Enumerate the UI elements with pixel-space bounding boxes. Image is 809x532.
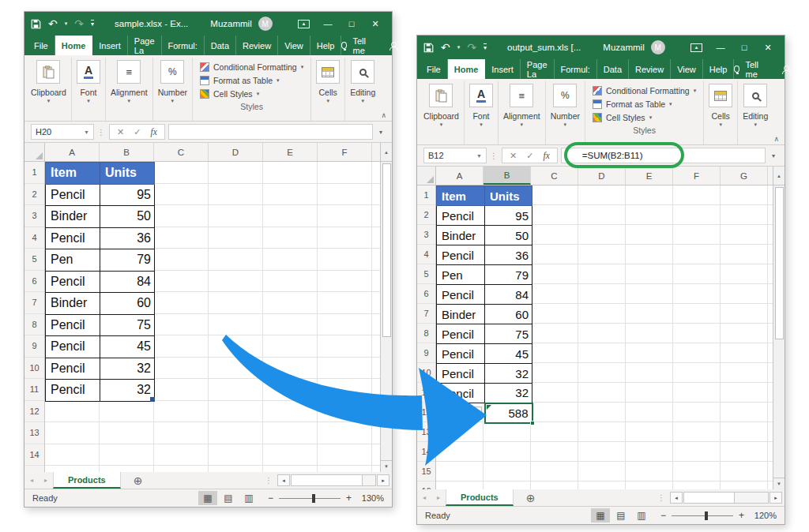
- enter-icon[interactable]: ✓: [134, 127, 141, 137]
- name-box[interactable]: B12▼: [423, 148, 487, 163]
- tab-home[interactable]: Home: [55, 36, 93, 55]
- cell[interactable]: 75: [485, 324, 532, 344]
- cell[interactable]: Pencil: [46, 227, 100, 249]
- ribbon-display-options-icon[interactable]: ▲: [690, 43, 702, 52]
- conditional-formatting-button[interactable]: Conditional Formatting▾: [593, 84, 696, 97]
- format-as-table-button[interactable]: Format as Table▾: [200, 73, 280, 87]
- cell[interactable]: Pencil: [46, 380, 100, 402]
- ribbon-display-options-icon[interactable]: ▲: [298, 20, 310, 28]
- font-group[interactable]: A Font ▾: [72, 58, 106, 121]
- alignment-group[interactable]: ≡ Alignment ▾: [499, 81, 546, 144]
- tab-file[interactable]: File: [28, 36, 55, 55]
- prev-sheet-icon[interactable]: ◂: [417, 489, 431, 506]
- row-header[interactable]: 2: [24, 184, 44, 206]
- cell[interactable]: 79: [485, 265, 532, 285]
- cell[interactable]: 32: [485, 364, 532, 384]
- cell[interactable]: Pencil: [46, 184, 100, 206]
- account-name[interactable]: Muzammil: [210, 19, 251, 28]
- row-header[interactable]: 14: [24, 444, 44, 466]
- zoom-slider[interactable]: [672, 515, 733, 516]
- scroll-left-icon[interactable]: ◂: [277, 474, 290, 486]
- save-icon[interactable]: [31, 19, 41, 29]
- cell[interactable]: 95: [100, 184, 155, 206]
- tab-help[interactable]: Help: [310, 36, 342, 55]
- collapse-ribbon-icon[interactable]: ∧: [773, 135, 779, 143]
- format-as-table-button[interactable]: Format as Table▾: [593, 97, 672, 111]
- page-break-view-icon[interactable]: ▥: [632, 508, 651, 523]
- minimize-button[interactable]: —: [710, 39, 731, 56]
- enter-icon[interactable]: ✓: [526, 151, 533, 161]
- formula-input[interactable]: [168, 124, 373, 140]
- row-header[interactable]: 4: [24, 227, 44, 249]
- cell[interactable]: 50: [485, 226, 532, 245]
- page-layout-view-icon[interactable]: ▤: [219, 491, 238, 505]
- tell-me[interactable]: Tell me: [352, 36, 372, 55]
- cell[interactable]: Pencil: [437, 285, 485, 305]
- undo-caret-icon[interactable]: ▾: [457, 44, 461, 51]
- undo-icon[interactable]: ↶: [48, 18, 58, 29]
- header-cell[interactable]: Units: [485, 186, 532, 206]
- scrollbar-track[interactable]: [291, 474, 376, 486]
- horizontal-scrollbar[interactable]: ⋮ ◂ ▸: [265, 472, 392, 489]
- editing-group[interactable]: Editing ▾: [738, 81, 773, 144]
- insert-function-icon[interactable]: fx: [150, 127, 156, 137]
- scroll-right-icon[interactable]: ▸: [377, 474, 389, 486]
- row-header[interactable]: 8: [24, 314, 44, 336]
- cell[interactable]: Pen: [46, 249, 100, 272]
- selected-sum-cell[interactable]: 588: [485, 403, 532, 424]
- cell[interactable]: 45: [100, 336, 155, 358]
- tab-review[interactable]: Review: [236, 36, 278, 55]
- cell[interactable]: Pencil: [437, 206, 485, 226]
- zoom-level[interactable]: 130%: [357, 493, 384, 503]
- expand-formula-bar-icon[interactable]: ▾: [376, 129, 386, 136]
- cancel-icon[interactable]: ✕: [510, 151, 517, 161]
- cell[interactable]: Pencil: [46, 336, 100, 358]
- row-header[interactable]: 5: [24, 249, 44, 271]
- cell-styles-button[interactable]: Cell Styles▾: [593, 111, 652, 124]
- row-header[interactable]: 5: [417, 264, 435, 284]
- column-header[interactable]: C: [531, 167, 578, 185]
- cell[interactable]: 32: [100, 358, 155, 380]
- save-icon[interactable]: [423, 43, 434, 53]
- cell[interactable]: 79: [100, 249, 155, 272]
- zoom-out-icon[interactable]: −: [660, 510, 666, 521]
- header-cell[interactable]: Item: [437, 186, 485, 206]
- sheet-tab-products[interactable]: Products: [446, 489, 514, 506]
- cell[interactable]: Pencil: [46, 358, 100, 380]
- cell[interactable]: 32: [100, 380, 155, 402]
- scrollbar-thumb[interactable]: [382, 163, 391, 337]
- cell[interactable]: 75: [100, 314, 155, 336]
- prev-sheet-icon[interactable]: ◂: [24, 472, 39, 489]
- row-header[interactable]: 4: [417, 245, 435, 264]
- clipboard-group[interactable]: Clipboard ▾: [26, 58, 72, 121]
- undo-caret-icon[interactable]: ▾: [65, 21, 68, 27]
- column-header[interactable]: A: [436, 167, 484, 185]
- formula-input[interactable]: =SUM(B2:B11): [561, 148, 766, 163]
- cell[interactable]: Pencil: [46, 314, 100, 336]
- row-header[interactable]: 1: [417, 185, 435, 205]
- column-header[interactable]: B: [100, 143, 154, 161]
- row-header[interactable]: 15: [24, 466, 44, 472]
- tab-review[interactable]: Review: [629, 59, 671, 79]
- add-sheet-icon[interactable]: ⊕: [526, 489, 536, 506]
- clipboard-group[interactable]: Clipboard ▾: [419, 81, 465, 144]
- cell[interactable]: 95: [485, 206, 532, 226]
- insert-function-icon[interactable]: fx: [543, 151, 549, 160]
- zoom-in-icon[interactable]: +: [346, 493, 352, 504]
- select-all-corner[interactable]: [417, 167, 436, 185]
- row-header[interactable]: 3: [417, 225, 435, 245]
- customize-toolbar-icon[interactable]: ▾: [91, 20, 94, 28]
- alignment-group[interactable]: ≡ Alignment ▾: [106, 58, 153, 121]
- row-header[interactable]: 6: [24, 271, 44, 293]
- tab-data[interactable]: Data: [205, 36, 236, 55]
- tab-data[interactable]: Data: [597, 59, 629, 79]
- avatar[interactable]: M: [651, 40, 665, 54]
- tab-view[interactable]: View: [671, 59, 703, 79]
- zoom-slider-thumb[interactable]: [705, 511, 708, 520]
- page-layout-view-icon[interactable]: ▤: [611, 508, 630, 523]
- column-header[interactable]: G: [721, 167, 768, 185]
- share-button[interactable]: Share: [793, 65, 809, 74]
- next-sheet-icon[interactable]: ▸: [431, 489, 446, 506]
- next-sheet-icon[interactable]: ▸: [39, 472, 53, 489]
- avatar[interactable]: M: [258, 17, 273, 31]
